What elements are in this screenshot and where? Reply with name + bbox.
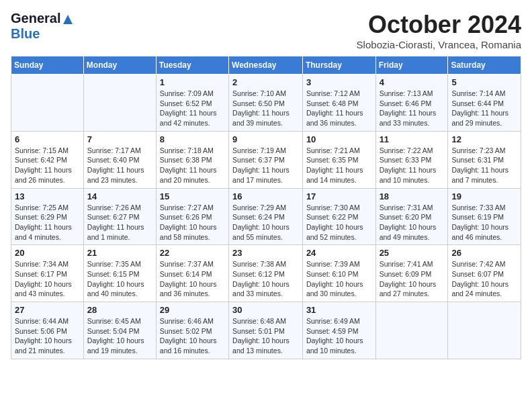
cell-1-6: 12Sunrise: 7:23 AMSunset: 6:31 PMDayligh… <box>448 131 521 188</box>
day-info: Sunrise: 7:23 AMSunset: 6:31 PMDaylight:… <box>451 146 517 185</box>
day-number: 12 <box>451 134 517 144</box>
day-info: Sunrise: 7:09 AMSunset: 6:52 PMDaylight:… <box>160 89 225 128</box>
day-number: 10 <box>306 134 372 144</box>
week-row-3: 13Sunrise: 7:25 AMSunset: 6:29 PMDayligh… <box>11 188 521 245</box>
cell-2-5: 18Sunrise: 7:31 AMSunset: 6:20 PMDayligh… <box>375 188 448 245</box>
day-info: Sunrise: 7:12 AMSunset: 6:48 PMDaylight:… <box>306 89 372 128</box>
cell-2-2: 15Sunrise: 7:27 AMSunset: 6:26 PMDayligh… <box>156 188 228 245</box>
cell-2-0: 13Sunrise: 7:25 AMSunset: 6:29 PMDayligh… <box>11 188 84 245</box>
day-info: Sunrise: 7:27 AMSunset: 6:26 PMDaylight:… <box>160 203 225 242</box>
week-row-4: 20Sunrise: 7:34 AMSunset: 6:17 PMDayligh… <box>11 245 521 302</box>
day-info: Sunrise: 7:15 AMSunset: 6:42 PMDaylight:… <box>15 146 80 185</box>
cell-1-2: 8Sunrise: 7:18 AMSunset: 6:38 PMDaylight… <box>156 131 228 188</box>
day-number: 19 <box>451 191 517 201</box>
cell-1-1: 7Sunrise: 7:17 AMSunset: 6:40 PMDaylight… <box>83 131 156 188</box>
day-number: 13 <box>15 191 80 201</box>
day-info: Sunrise: 7:26 AMSunset: 6:27 PMDaylight:… <box>87 203 152 242</box>
day-info: Sunrise: 7:35 AMSunset: 6:15 PMDaylight:… <box>87 259 152 299</box>
cell-0-1 <box>83 75 156 132</box>
day-number: 23 <box>232 248 299 258</box>
cell-3-2: 22Sunrise: 7:37 AMSunset: 6:14 PMDayligh… <box>156 245 228 302</box>
col-friday: Friday <box>375 56 448 75</box>
cell-0-6: 5Sunrise: 7:14 AMSunset: 6:44 PMDaylight… <box>448 75 521 132</box>
logo-icon <box>62 13 74 26</box>
cell-3-5: 25Sunrise: 7:41 AMSunset: 6:09 PMDayligh… <box>375 245 448 302</box>
day-number: 18 <box>380 191 445 201</box>
cell-1-3: 9Sunrise: 7:19 AMSunset: 6:37 PMDaylight… <box>229 131 303 188</box>
day-number: 16 <box>232 191 299 201</box>
cell-3-1: 21Sunrise: 7:35 AMSunset: 6:15 PMDayligh… <box>83 245 156 302</box>
day-number: 20 <box>15 248 80 258</box>
day-number: 22 <box>160 248 225 258</box>
col-tuesday: Tuesday <box>156 56 228 75</box>
day-info: Sunrise: 7:25 AMSunset: 6:29 PMDaylight:… <box>15 203 80 242</box>
cell-1-5: 11Sunrise: 7:22 AMSunset: 6:33 PMDayligh… <box>375 131 448 188</box>
week-row-2: 6Sunrise: 7:15 AMSunset: 6:42 PMDaylight… <box>11 131 521 188</box>
day-info: Sunrise: 7:37 AMSunset: 6:14 PMDaylight:… <box>160 259 225 299</box>
day-info: Sunrise: 7:39 AMSunset: 6:10 PMDaylight:… <box>306 259 372 299</box>
day-info: Sunrise: 7:38 AMSunset: 6:12 PMDaylight:… <box>232 259 299 299</box>
day-number: 28 <box>87 305 152 315</box>
cell-4-2: 29Sunrise: 6:46 AMSunset: 5:02 PMDayligh… <box>156 302 228 359</box>
day-number: 24 <box>306 248 372 258</box>
cell-3-6: 26Sunrise: 7:42 AMSunset: 6:07 PMDayligh… <box>448 245 521 302</box>
svg-marker-0 <box>63 15 73 24</box>
logo-blue-text: Blue <box>11 26 40 41</box>
day-info: Sunrise: 6:44 AMSunset: 5:06 PMDaylight:… <box>15 316 80 356</box>
day-number: 26 <box>451 248 517 258</box>
day-number: 5 <box>451 77 517 87</box>
col-sunday: Sunday <box>11 56 84 75</box>
logo: General Blue <box>11 11 74 42</box>
day-number: 31 <box>306 305 372 315</box>
day-number: 3 <box>306 77 372 87</box>
day-number: 25 <box>380 248 445 258</box>
month-title: October 2024 <box>357 11 521 39</box>
day-number: 27 <box>15 305 80 315</box>
day-info: Sunrise: 7:18 AMSunset: 6:38 PMDaylight:… <box>160 146 225 185</box>
cell-3-4: 24Sunrise: 7:39 AMSunset: 6:10 PMDayligh… <box>302 245 375 302</box>
cell-0-5: 4Sunrise: 7:13 AMSunset: 6:46 PMDaylight… <box>375 75 448 132</box>
cell-0-2: 1Sunrise: 7:09 AMSunset: 6:52 PMDaylight… <box>156 75 228 132</box>
day-info: Sunrise: 6:45 AMSunset: 5:04 PMDaylight:… <box>87 316 152 356</box>
col-saturday: Saturday <box>448 56 521 75</box>
day-number: 6 <box>15 134 80 144</box>
week-row-5: 27Sunrise: 6:44 AMSunset: 5:06 PMDayligh… <box>11 302 521 359</box>
page-header: General Blue October 2024 Slobozia-Ciora… <box>11 11 521 50</box>
cell-3-3: 23Sunrise: 7:38 AMSunset: 6:12 PMDayligh… <box>229 245 303 302</box>
cell-4-5 <box>375 302 448 359</box>
day-number: 14 <box>87 191 152 201</box>
day-info: Sunrise: 7:29 AMSunset: 6:24 PMDaylight:… <box>232 203 299 242</box>
day-number: 4 <box>380 77 445 87</box>
calendar-table: Sunday Monday Tuesday Wednesday Thursday… <box>11 56 521 359</box>
day-info: Sunrise: 7:21 AMSunset: 6:35 PMDaylight:… <box>306 146 372 185</box>
day-number: 15 <box>160 191 225 201</box>
subtitle: Slobozia-Ciorasti, Vrancea, Romania <box>357 39 521 50</box>
cell-1-4: 10Sunrise: 7:21 AMSunset: 6:35 PMDayligh… <box>302 131 375 188</box>
col-thursday: Thursday <box>302 56 375 75</box>
cell-2-6: 19Sunrise: 7:33 AMSunset: 6:19 PMDayligh… <box>448 188 521 245</box>
cell-0-4: 3Sunrise: 7:12 AMSunset: 6:48 PMDaylight… <box>302 75 375 132</box>
day-info: Sunrise: 7:31 AMSunset: 6:20 PMDaylight:… <box>380 203 445 242</box>
cell-1-0: 6Sunrise: 7:15 AMSunset: 6:42 PMDaylight… <box>11 131 84 188</box>
day-info: Sunrise: 7:42 AMSunset: 6:07 PMDaylight:… <box>451 259 517 299</box>
col-monday: Monday <box>83 56 156 75</box>
cell-4-1: 28Sunrise: 6:45 AMSunset: 5:04 PMDayligh… <box>83 302 156 359</box>
day-info: Sunrise: 7:13 AMSunset: 6:46 PMDaylight:… <box>380 89 445 128</box>
day-number: 1 <box>160 77 225 87</box>
cell-2-1: 14Sunrise: 7:26 AMSunset: 6:27 PMDayligh… <box>83 188 156 245</box>
day-info: Sunrise: 7:33 AMSunset: 6:19 PMDaylight:… <box>451 203 517 242</box>
day-number: 8 <box>160 134 225 144</box>
week-row-1: 1Sunrise: 7:09 AMSunset: 6:52 PMDaylight… <box>11 75 521 132</box>
day-number: 17 <box>306 191 372 201</box>
cell-0-3: 2Sunrise: 7:10 AMSunset: 6:50 PMDaylight… <box>229 75 303 132</box>
day-info: Sunrise: 7:30 AMSunset: 6:22 PMDaylight:… <box>306 203 372 242</box>
day-number: 11 <box>380 134 445 144</box>
day-info: Sunrise: 7:34 AMSunset: 6:17 PMDaylight:… <box>15 259 80 299</box>
logo-general-text: General <box>11 11 60 26</box>
day-info: Sunrise: 7:14 AMSunset: 6:44 PMDaylight:… <box>451 89 517 128</box>
day-number: 21 <box>87 248 152 258</box>
title-block: October 2024 Slobozia-Ciorasti, Vrancea,… <box>357 11 521 50</box>
cell-2-4: 17Sunrise: 7:30 AMSunset: 6:22 PMDayligh… <box>302 188 375 245</box>
day-info: Sunrise: 6:46 AMSunset: 5:02 PMDaylight:… <box>160 316 225 356</box>
day-info: Sunrise: 7:19 AMSunset: 6:37 PMDaylight:… <box>232 146 299 185</box>
